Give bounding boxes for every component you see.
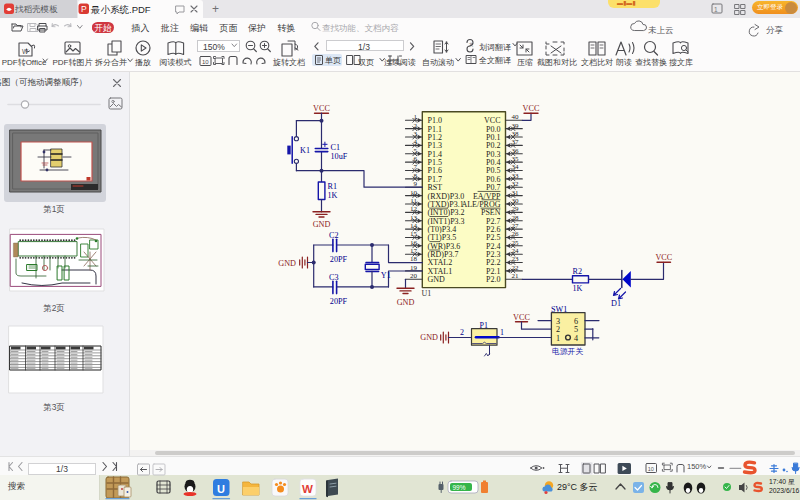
svg-text:2: 2 [414,122,418,130]
svg-text:2: 2 [460,328,464,337]
svg-text:32: 32 [512,180,520,188]
svg-text:10uF: 10uF [331,152,348,161]
svg-text:GND: GND [428,275,446,284]
svg-text:21: 21 [512,272,520,280]
svg-text:35: 35 [512,155,520,163]
svg-text:23: 23 [512,255,520,263]
svg-text:C2: C2 [329,231,339,240]
svg-text:99%: 99% [453,484,466,491]
svg-text:39: 39 [512,122,520,130]
svg-text:20: 20 [410,272,418,280]
svg-text:GND: GND [397,298,415,307]
svg-text:26: 26 [512,230,520,238]
svg-text:C3: C3 [329,273,339,282]
svg-text:25: 25 [512,239,520,247]
svg-text:4: 4 [574,334,578,343]
svg-text:D1: D1 [611,299,621,308]
svg-text:K1: K1 [300,146,310,155]
svg-text:P: P [81,4,87,14]
svg-text:14: 14 [410,222,418,230]
svg-text:C1: C1 [331,143,341,152]
svg-text:1: 1 [714,6,718,13]
svg-text:33: 33 [512,172,520,180]
svg-text:5: 5 [414,147,418,155]
svg-text:U: U [217,483,225,495]
svg-text:SW1: SW1 [551,305,567,314]
svg-text:P2.0: P2.0 [486,275,500,284]
svg-text:15: 15 [410,230,418,238]
svg-text:文: 文 [469,42,474,47]
svg-text:7: 7 [414,163,418,171]
svg-text:W: W [302,483,313,495]
svg-text:10: 10 [410,189,418,197]
svg-text:4: 4 [414,138,418,146]
svg-text:U1: U1 [422,289,432,298]
svg-text:13: 13 [410,214,418,222]
svg-text:GND: GND [420,333,438,342]
svg-text:40: 40 [512,113,520,121]
svg-text:30: 30 [512,197,520,205]
svg-text:1: 1 [556,334,560,343]
svg-text:11: 11 [410,197,417,205]
svg-text:8: 8 [414,172,418,180]
svg-text:1: 1 [414,113,418,121]
svg-text:R2: R2 [573,267,583,276]
svg-text:29: 29 [512,205,520,213]
svg-text:34: 34 [512,163,520,171]
svg-text:R1: R1 [328,182,338,191]
svg-text:P1: P1 [480,321,488,330]
svg-text:6: 6 [414,155,418,163]
svg-text:20PF: 20PF [330,255,348,264]
svg-text:1K: 1K [573,284,583,293]
svg-text:22: 22 [512,264,520,272]
svg-text:Y1: Y1 [381,271,391,280]
svg-text:GND: GND [313,220,331,229]
svg-text:VCC: VCC [313,104,330,113]
svg-text:38: 38 [512,130,520,138]
svg-text:10: 10 [202,59,209,65]
svg-text:27: 27 [512,222,520,230]
svg-text:GND: GND [278,259,296,268]
svg-text:3: 3 [414,130,418,138]
svg-text:17: 17 [410,247,418,255]
svg-text:电源开关: 电源开关 [552,347,583,356]
svg-text:1K: 1K [328,191,338,200]
svg-text:28: 28 [512,214,520,222]
svg-text:1: 1 [500,328,504,337]
svg-text:12: 12 [410,205,418,213]
svg-text:24: 24 [512,247,520,255]
svg-text:W: W [22,48,29,55]
svg-text:31: 31 [512,189,520,197]
svg-text:VCC: VCC [655,253,672,262]
svg-text:10: 10 [648,466,654,472]
svg-text:VCC: VCC [523,104,540,113]
svg-text:37: 37 [512,138,520,146]
svg-text:16: 16 [410,239,418,247]
svg-text:VCC: VCC [513,313,530,322]
svg-text:20PF: 20PF [330,297,348,306]
svg-text:36: 36 [512,147,520,155]
